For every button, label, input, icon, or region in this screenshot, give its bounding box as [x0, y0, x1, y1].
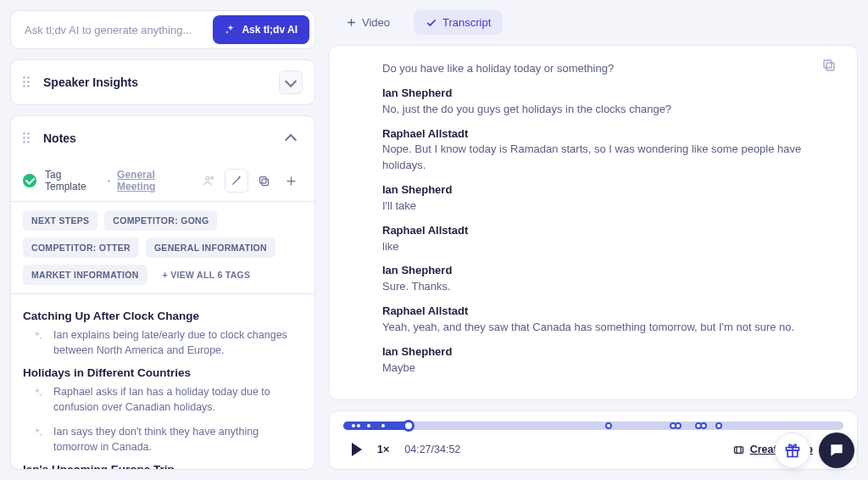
transcript-speaker: Ian Shepherd	[382, 263, 804, 279]
gift-button[interactable]	[775, 433, 810, 468]
transcript-text: Maybe	[382, 361, 415, 374]
transcript-line[interactable]: Do you have like a holiday today or some…	[382, 61, 804, 77]
note-item[interactable]: Raphael asks if Ian has a holiday today …	[30, 384, 303, 415]
view-tabs: Video Transcript	[329, 10, 858, 35]
note-item[interactable]: Ian explains being late/early due to clo…	[30, 327, 303, 358]
check-icon	[426, 17, 437, 29]
tag-template-link[interactable]: General Meeting	[117, 169, 192, 193]
transcript-speaker: Raphael Allstadt	[382, 126, 804, 142]
svg-point-1	[211, 176, 214, 179]
transcript-text: Sure. Thanks.	[382, 280, 451, 293]
copy-transcript-button[interactable]	[821, 58, 842, 78]
tags-row: NEXT STEPSCOMPETITOR: GONGCOMPETITOR: OT…	[11, 202, 314, 294]
transcript-speaker: Ian Shepherd	[382, 182, 804, 198]
note-section: Catching Up After Clock ChangeIan explai…	[23, 310, 303, 358]
timeline-marker[interactable]	[700, 422, 707, 429]
speaker-insights-toggle[interactable]	[279, 70, 303, 94]
add-icon[interactable]	[279, 169, 303, 193]
transcript-text: Yeah, yeah, and they saw that Canada has…	[382, 321, 794, 333]
transcript-panel: Do you have like a holiday today or some…	[329, 45, 858, 400]
tag-template-label: Tag Template	[45, 169, 103, 193]
tag[interactable]: COMPETITOR: OTTER	[23, 237, 139, 258]
transcript-text: like	[382, 240, 399, 253]
note-section: Ian's Upcoming Europe TripRaphael asks h…	[23, 463, 303, 469]
svg-rect-5	[824, 60, 832, 68]
notes-toggle[interactable]	[279, 126, 303, 150]
tab-video-label: Video	[362, 16, 390, 29]
chevron-down-icon	[285, 75, 297, 87]
transcript-speaker: Ian Shepherd	[382, 86, 804, 102]
tag[interactable]: MARKET INFORMATION	[23, 265, 147, 285]
svg-point-0	[206, 176, 209, 180]
speaker-insights-title: Speaker Insights	[43, 75, 138, 89]
transcript-line[interactable]: Raphael AllstadtYeah, yeah, and they saw…	[382, 304, 804, 336]
svg-rect-3	[259, 176, 266, 183]
notes-title: Notes	[43, 131, 76, 145]
drag-handle-icon[interactable]	[23, 76, 35, 88]
tab-transcript[interactable]: Transcript	[414, 10, 503, 35]
transcript-line[interactable]: Ian ShepherdI'll take	[382, 182, 804, 215]
transcript-text: Nope. But I know today is Ramadan starts…	[382, 142, 801, 171]
tag[interactable]: NEXT STEPS	[23, 210, 97, 231]
sparkle-icon	[30, 425, 45, 440]
check-circle-icon	[23, 174, 36, 187]
sparkle-icon	[30, 385, 45, 400]
transcript-line[interactable]: Raphael Allstadtlike	[382, 223, 804, 255]
notes-toolbar: Tag Template · General Meeting	[11, 160, 314, 202]
transcript-speaker: Ian Shepherd	[382, 344, 804, 360]
tag[interactable]: GENERAL INFORMATION	[146, 237, 275, 258]
timeline-marker[interactable]	[675, 422, 682, 429]
magic-wand-icon[interactable]	[225, 169, 248, 193]
timeline-marker[interactable]	[605, 422, 612, 429]
timeline-marker[interactable]	[380, 422, 387, 429]
chat-icon	[828, 442, 845, 459]
copy-icon[interactable]	[252, 169, 275, 193]
speaker-insights-accordion[interactable]: Speaker Insights	[10, 59, 315, 105]
transcript-text: I'll take	[382, 199, 416, 212]
tab-video[interactable]: Video	[334, 10, 402, 35]
tab-transcript-label: Transcript	[442, 16, 491, 29]
transcript-speaker: Raphael Allstadt	[382, 223, 804, 239]
svg-rect-2	[262, 179, 269, 186]
note-section-title: Ian's Upcoming Europe Trip	[23, 463, 303, 469]
notes-accordion-header[interactable]: Notes	[11, 116, 314, 160]
sparkle-icon	[30, 328, 45, 343]
share-users-icon[interactable]	[198, 169, 221, 193]
plus-icon	[346, 17, 357, 28]
transcript-line[interactable]: Ian ShepherdSure. Thanks.	[382, 263, 804, 295]
playback-speed[interactable]: 1×	[377, 444, 389, 455]
play-button[interactable]	[352, 443, 362, 456]
notes-panel: Notes Tag Template · General Meeting	[10, 115, 315, 470]
timeline-marker[interactable]	[715, 422, 722, 429]
ask-ai-bar: Ask tl;dv AI	[10, 10, 315, 49]
transcript-speaker: Raphael Allstadt	[382, 304, 804, 320]
note-section-title: Catching Up After Clock Change	[23, 310, 303, 322]
sparkle-icon	[225, 24, 236, 36]
ask-ai-input[interactable]	[23, 23, 213, 37]
timeline[interactable]	[343, 421, 843, 430]
tag[interactable]: COMPETITOR: GONG	[104, 210, 217, 231]
transcript-text: No, just the do you guys get holidays in…	[382, 103, 671, 115]
chat-support-button[interactable]	[819, 433, 854, 468]
chevron-up-icon	[285, 133, 297, 145]
transcript-line[interactable]: Ian ShepherdMaybe	[382, 344, 804, 377]
playback-time: 04:27/34:52	[404, 444, 460, 455]
transcript-line[interactable]: Ian ShepherdNo, just the do you guys get…	[382, 86, 804, 118]
svg-rect-6	[734, 446, 743, 453]
note-section: Holidays in Different CountriesRaphael a…	[23, 366, 303, 455]
timeline-marker[interactable]	[365, 422, 372, 429]
drag-handle-icon[interactable]	[23, 132, 35, 144]
note-item[interactable]: Ian says they don't think they have anyt…	[30, 424, 303, 455]
ask-ai-button[interactable]: Ask tl;dv AI	[213, 15, 309, 44]
ask-ai-button-label: Ask tl;dv AI	[242, 24, 298, 36]
notes-body: Catching Up After Clock ChangeIan explai…	[11, 294, 314, 469]
timeline-marker[interactable]	[355, 422, 362, 429]
timeline-playhead[interactable]	[403, 420, 415, 432]
view-all-tags[interactable]: + VIEW ALL 6 TAGS	[154, 265, 259, 285]
clip-icon	[732, 444, 745, 456]
transcript-line[interactable]: Raphael AllstadtNope. But I know today i…	[382, 126, 804, 175]
note-item-text: Ian says they don't think they have anyt…	[53, 424, 303, 455]
note-section-title: Holidays in Different Countries	[23, 366, 303, 379]
svg-rect-4	[826, 63, 834, 70]
note-item-text: Ian explains being late/early due to clo…	[53, 327, 303, 358]
